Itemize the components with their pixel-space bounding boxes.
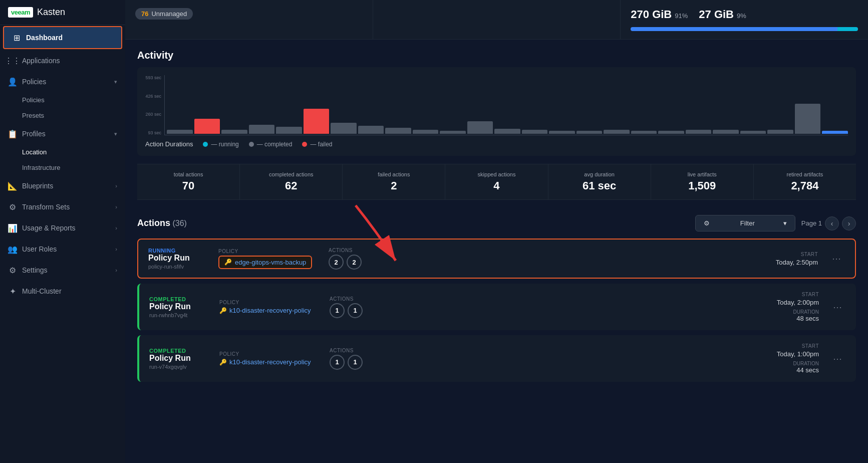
policy-key-icon: 🔑: [224, 259, 232, 266]
reports-icon: 📊: [8, 223, 17, 233]
chart-bar: [440, 131, 466, 134]
legend-failed-label: — failed: [310, 141, 332, 148]
count-circles: 2 2: [329, 255, 379, 270]
chart-bar: [522, 130, 548, 134]
chart-bar: [385, 128, 411, 134]
action-sub: run-rwhnb7vg4t: [149, 312, 209, 318]
stat-label: failed actions: [351, 171, 437, 177]
sidebar-sub-policies[interactable]: Policies: [0, 92, 125, 108]
chart-bar: [413, 130, 439, 134]
next-page-button[interactable]: ›: [842, 216, 856, 230]
sidebar-item-label: User Roles: [22, 245, 110, 253]
chart-bar: [331, 123, 357, 134]
chevron-right-icon: ›: [115, 225, 117, 231]
sidebar-item-multi-cluster[interactable]: ✦ Multi-Cluster: [0, 281, 125, 302]
chart-bar: [795, 104, 821, 134]
chevron-right-icon: ›: [115, 204, 117, 210]
stat-label: skipped actions: [453, 171, 539, 177]
chart-bar: [549, 131, 575, 134]
sidebar-item-label: Applications: [22, 57, 117, 65]
action-sub: policy-run-sfifv: [148, 264, 208, 270]
veeam-logo: veeam: [8, 7, 33, 18]
chevron-down-icon: ▾: [114, 131, 117, 137]
sidebar-item-dashboard[interactable]: ⊞ Dashboard: [3, 26, 122, 49]
sidebar-sub-location[interactable]: Location: [0, 144, 125, 160]
more-options-button[interactable]: ⋯: [829, 300, 846, 315]
sidebar: veeam Kasten ⊞ Dashboard ⋮⋮ Applications…: [0, 0, 125, 463]
stat-cell: completed actions62: [240, 164, 342, 199]
duration-label: DURATION: [759, 361, 819, 366]
start-label: START: [758, 252, 818, 257]
sidebar-item-profiles[interactable]: 📋 Profiles ▾: [0, 123, 125, 144]
storage-primary-pct: 91%: [675, 12, 688, 20]
more-options-button[interactable]: ⋯: [829, 351, 846, 366]
start-label: START: [759, 343, 819, 349]
legend-title: Action Durations: [145, 140, 193, 148]
sidebar-item-blueprints[interactable]: 📐 Blueprints ›: [0, 175, 125, 196]
count-circles: 1 1: [330, 355, 380, 370]
chart-bar: [304, 109, 330, 134]
policy-col-label: POLICY: [218, 249, 319, 254]
chart-bar: [686, 130, 712, 134]
sidebar-item-transform-sets[interactable]: ⚙ Transform Sets ›: [0, 196, 125, 217]
stat-value: 70: [145, 179, 231, 192]
chart-bar: [576, 131, 603, 134]
prev-page-button[interactable]: ‹: [825, 216, 839, 230]
chevron-right-icon: ›: [115, 246, 117, 252]
sidebar-item-policies[interactable]: 👤 Policies ▾: [0, 71, 125, 92]
activity-section: Activity 593 sec 426 sec 260 sec 93 sec …: [125, 40, 868, 215]
filter-icon: ⚙: [704, 219, 710, 227]
actions-col-label: ACTIONS: [330, 296, 380, 302]
stat-value: 2,784: [762, 179, 848, 192]
actions-col-label: ACTIONS: [330, 348, 380, 353]
policy-name-row: 🔑 k10-disaster-recovery-policy: [219, 358, 320, 366]
transform-icon: ⚙: [8, 202, 17, 211]
logo: veeam Kasten: [0, 0, 125, 25]
storage-bar-secondary: [837, 27, 858, 31]
action-card[interactable]: RUNNING Policy Run policy-run-sfifv POLI…: [137, 239, 856, 279]
legend-failed: — failed: [302, 141, 332, 148]
actions-section: Actions (36) ⚙ Filter ▾ Page 1 ‹ › RUNNI…: [125, 215, 868, 382]
action-card[interactable]: COMPLETED Policy Run run-v74xgqvglv POLI…: [137, 335, 856, 382]
action-policy-col: POLICY 🔑 k10-disaster-recovery-policy: [219, 351, 320, 366]
unmanaged-badge[interactable]: 76 Unmanaged: [135, 8, 193, 20]
chart-bar: [713, 130, 739, 134]
actions-title-group: Actions (36): [137, 218, 187, 228]
sidebar-item-usage-reports[interactable]: 📊 Usage & Reports ›: [0, 217, 125, 239]
status-badge: RUNNING: [148, 248, 208, 254]
duration-section: DURATION 44 secs: [759, 361, 819, 374]
duration-label: DURATION: [759, 309, 819, 315]
stat-cell: skipped actions4: [445, 164, 547, 199]
policy-name-row: 🔑 k10-disaster-recovery-policy: [219, 307, 320, 314]
activity-title: Activity: [137, 50, 856, 61]
chart-bar: [467, 121, 493, 134]
more-options-button[interactable]: ⋯: [828, 251, 845, 266]
action-status-col: RUNNING Policy Run policy-run-sfifv: [148, 248, 208, 270]
start-time: Today, 2:00pm: [759, 299, 819, 306]
sidebar-sub-presets[interactable]: Presets: [0, 108, 125, 123]
stat-cell: avg duration61 sec: [548, 164, 651, 199]
multi-cluster-icon: ✦: [8, 287, 17, 296]
chart-bars: [164, 75, 848, 135]
chevron-right-icon: ›: [115, 183, 117, 189]
storage-secondary-pct: 9%: [737, 12, 746, 20]
user-roles-icon: 👥: [8, 245, 17, 254]
kasten-logo: Kasten: [37, 7, 65, 18]
chart-bar: [194, 119, 220, 134]
storage-row: 270 GiB 91% 27 GiB 9%: [631, 8, 858, 21]
action-card[interactable]: COMPLETED Policy Run run-rwhnb7vg4t POLI…: [137, 284, 856, 330]
sidebar-item-applications[interactable]: ⋮⋮ Applications: [0, 50, 125, 71]
sidebar-item-settings[interactable]: ⚙ Settings ›: [0, 260, 125, 281]
policy-col-label: POLICY: [219, 300, 320, 305]
policy-key-icon: 🔑: [219, 359, 227, 366]
filter-button[interactable]: ⚙ Filter ▾: [695, 215, 795, 232]
stat-label: avg duration: [556, 171, 643, 177]
stat-cell: failed actions2: [343, 164, 445, 199]
running-dot: [203, 142, 208, 147]
sidebar-sub-infrastructure[interactable]: Infrastructure: [0, 160, 125, 175]
chart-bar: [221, 130, 247, 134]
chevron-right-icon: ›: [115, 267, 117, 273]
sidebar-item-user-roles[interactable]: 👥 User Roles ›: [0, 239, 125, 260]
action-sub: run-v74xgqvglv: [149, 364, 209, 370]
policy-highlight: 🔑 edge-gitops-vms-backup: [218, 256, 312, 269]
